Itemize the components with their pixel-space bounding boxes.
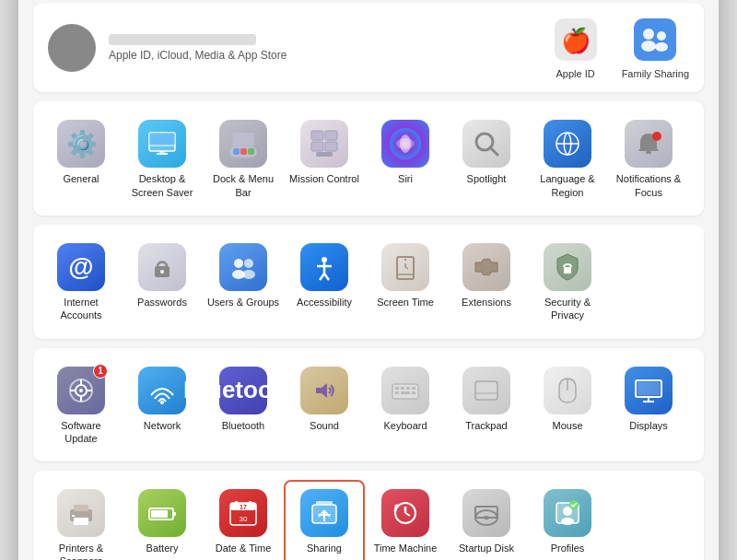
- pref-item-passwords[interactable]: Passwords: [122, 234, 203, 330]
- network-label: Network: [144, 419, 181, 432]
- pref-item-sound[interactable]: Sound: [284, 357, 365, 453]
- bluetooth-label: Bluetooth: [222, 419, 264, 432]
- svg-line-27: [490, 147, 497, 155]
- svg-rect-20: [311, 142, 323, 151]
- pref-item-timemachine[interactable]: Time Machine: [365, 480, 446, 560]
- passwords-label: Passwords: [137, 296, 187, 309]
- svg-point-56: [160, 401, 164, 404]
- svg-text:30: 30: [240, 515, 248, 523]
- pref-section-section-3: 1Software UpdateNetwork Bluetooth;Blueto…: [33, 348, 704, 462]
- software-label: Software Update: [44, 419, 118, 446]
- pref-item-datetime[interactable]: 1730Date & Time: [203, 480, 284, 560]
- svg-rect-61: [401, 387, 404, 390]
- pref-item-users[interactable]: Users & Groups: [203, 234, 284, 330]
- pref-item-mouse[interactable]: Mouse: [527, 357, 608, 453]
- dock-label: Dock & Menu Bar: [206, 172, 280, 199]
- sharing-label: Sharing: [307, 542, 342, 554]
- pref-item-network[interactable]: Network: [122, 357, 203, 453]
- internet-label: Internet Accounts: [44, 296, 118, 322]
- pref-item-spotlight[interactable]: Spotlight: [446, 111, 527, 206]
- svg-line-98: [405, 513, 410, 516]
- svg-rect-9: [149, 133, 175, 146]
- pref-item-displays[interactable]: Displays: [608, 357, 689, 453]
- sound-icon: [300, 367, 348, 414]
- svg-rect-76: [74, 518, 88, 525]
- svg-point-5: [657, 31, 666, 41]
- pref-item-startup[interactable]: Startup Disk: [446, 480, 527, 560]
- spotlight-icon: [462, 120, 510, 168]
- pref-item-notifications[interactable]: Notifications & Focus: [608, 111, 689, 206]
- apple-id-info: Apple ID, iCloud, Media & App Store: [109, 34, 287, 62]
- pref-item-trackpad[interactable]: Trackpad: [446, 357, 527, 453]
- datetime-label: Date & Time: [216, 542, 272, 554]
- pref-item-general[interactable]: ⚙️General: [41, 111, 122, 206]
- svg-rect-75: [74, 505, 88, 511]
- svg-point-36: [244, 259, 253, 268]
- keyboard-icon: [381, 367, 429, 414]
- pref-item-software[interactable]: 1Software Update: [41, 357, 122, 453]
- pref-item-accessibility[interactable]: Accessibility: [284, 234, 365, 330]
- svg-point-38: [322, 257, 327, 262]
- accessibility-label: Accessibility: [297, 296, 352, 309]
- svg-rect-79: [173, 512, 176, 516]
- extensions-label: Extensions: [462, 296, 511, 309]
- pref-item-sharing[interactable]: Sharing: [284, 480, 365, 560]
- pref-sections: ⚙️GeneralDesktop & Screen SaverDock & Me…: [33, 101, 704, 560]
- svg-rect-65: [401, 391, 410, 394]
- trackpad-label: Trackpad: [465, 419, 507, 432]
- pref-section-section-2: @Internet AccountsPasswordsUsers & Group…: [33, 225, 704, 339]
- pref-item-desktop[interactable]: Desktop & Screen Saver: [122, 111, 203, 206]
- pref-item-screentime[interactable]: Screen Time: [365, 234, 446, 330]
- pref-item-mission[interactable]: Mission Control: [284, 111, 365, 206]
- svg-rect-17: [232, 133, 254, 146]
- pref-item-printers[interactable]: Printers & Scanners: [41, 480, 122, 560]
- language-label: Language & Region: [531, 172, 604, 199]
- svg-rect-84: [235, 501, 238, 506]
- svg-rect-62: [406, 387, 410, 390]
- language-icon: [544, 120, 591, 168]
- pref-item-dock[interactable]: Dock & Menu Bar: [203, 111, 284, 206]
- svg-rect-66: [412, 391, 415, 394]
- family-sharing-icon: [631, 16, 679, 64]
- svg-point-6: [655, 42, 668, 52]
- spotlight-label: Spotlight: [467, 172, 507, 185]
- svg-point-33: [160, 270, 164, 274]
- keyboard-label: Keyboard: [383, 419, 427, 432]
- pref-item-extensions[interactable]: Extensions: [446, 234, 527, 330]
- apple-id-item-label: Apple ID: [556, 68, 595, 79]
- pref-item-security[interactable]: Security & Privacy: [527, 234, 608, 330]
- network-icon: [138, 367, 186, 414]
- apple-id-item[interactable]: 🍎 Apple ID: [552, 16, 600, 79]
- pref-item-internet[interactable]: @Internet Accounts: [41, 234, 122, 330]
- apple-id-section: Apple ID, iCloud, Media & App Store 🍎 Ap…: [33, 3, 704, 92]
- svg-point-25: [396, 138, 415, 149]
- svg-marker-58: [316, 383, 327, 398]
- svg-rect-16: [248, 148, 254, 155]
- pref-item-siri[interactable]: Siri: [365, 111, 446, 206]
- pref-item-language[interactable]: Language & Region: [527, 111, 608, 206]
- trackpad-icon: [462, 367, 510, 414]
- svg-point-37: [242, 270, 255, 279]
- svg-point-3: [643, 29, 654, 40]
- notifications-icon: [625, 120, 673, 168]
- pref-item-bluetooth[interactable]: Bluetooth;Bluetooth: [203, 357, 284, 453]
- mouse-icon: [544, 367, 591, 414]
- pref-section-section-1: ⚙️GeneralDesktop & Screen SaverDock & Me…: [33, 101, 704, 216]
- svg-rect-67: [475, 381, 497, 400]
- apple-id-label: Apple ID, iCloud, Media & App Store: [109, 49, 287, 62]
- pref-item-keyboard[interactable]: Keyboard: [365, 357, 446, 453]
- siri-icon: [381, 120, 429, 168]
- svg-rect-30: [646, 151, 651, 154]
- svg-rect-73: [638, 382, 660, 395]
- pref-item-profiles[interactable]: Profiles: [527, 480, 608, 560]
- svg-text:⚙️: ⚙️: [66, 129, 96, 158]
- pref-item-battery[interactable]: Battery: [122, 480, 203, 560]
- screentime-label: Screen Time: [377, 296, 434, 309]
- profiles-icon: [544, 489, 591, 537]
- svg-point-51: [79, 389, 83, 392]
- users-icon: [219, 243, 267, 291]
- printers-icon: [57, 489, 105, 537]
- avatar: [48, 24, 96, 72]
- family-sharing-item[interactable]: Family Sharing: [622, 16, 689, 79]
- family-sharing-icon-svg: [634, 18, 676, 61]
